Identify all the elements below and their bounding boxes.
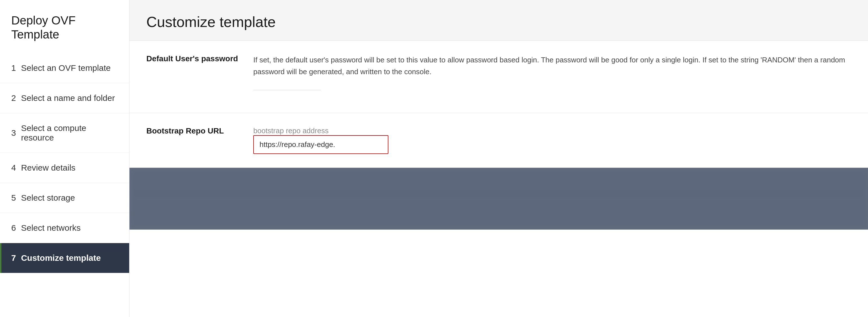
password-label-col: Default User's password [146, 54, 253, 63]
sidebar-item-5[interactable]: 5 Select storage [0, 183, 129, 213]
sidebar: Deploy OVF Template 1 Select an OVF temp… [0, 0, 129, 317]
bootstrap-repo-input[interactable] [253, 135, 389, 154]
sidebar-item-6[interactable]: 6 Select networks [0, 213, 129, 243]
password-value-col: If set, the default user's password will… [253, 54, 851, 99]
step-label-2: Select a name and folder [21, 93, 115, 103]
bootstrap-hint: bootstrap repo address [253, 127, 329, 135]
step-label-5: Select storage [21, 193, 75, 203]
bootstrap-label: Bootstrap Repo URL [146, 127, 224, 135]
step-label-6: Select networks [21, 223, 81, 233]
step-number-7: 7 [11, 253, 16, 263]
step-label-1: Select an OVF template [21, 63, 111, 73]
blurred-content-area [129, 168, 868, 230]
step-label-3: Select a compute resource [21, 124, 118, 142]
bootstrap-section: Bootstrap Repo URL bootstrap repo addres… [129, 113, 868, 168]
sidebar-item-4[interactable]: 4 Review details [0, 153, 129, 183]
password-section: Default User's password If set, the defa… [129, 41, 868, 113]
password-label: Default User's password [146, 54, 238, 63]
sidebar-title: Deploy OVF Template [0, 0, 129, 53]
page-title: Customize template [146, 13, 851, 30]
step-number-5: 5 [11, 193, 16, 203]
step-number-1: 1 [11, 63, 16, 73]
step-number-6: 6 [11, 223, 16, 233]
step-number-4: 4 [11, 163, 16, 173]
step-label-7: Customize template [21, 253, 101, 263]
sidebar-item-2[interactable]: 2 Select a name and folder [0, 83, 129, 113]
step-number-2: 2 [11, 93, 16, 103]
bootstrap-value-col: bootstrap repo address [253, 127, 851, 154]
step-label-4: Review details [21, 163, 75, 173]
main-content: Customize template Default User's passwo… [129, 0, 868, 317]
sidebar-item-7[interactable]: 7 Customize template [0, 243, 129, 273]
nav-items: 1 Select an OVF template 2 Select a name… [0, 53, 129, 317]
step-number-3: 3 [11, 128, 16, 138]
sidebar-item-1[interactable]: 1 Select an OVF template [0, 53, 129, 83]
password-description: If set, the default user's password will… [253, 54, 851, 77]
sidebar-item-3[interactable]: 3 Select a compute resource [0, 113, 129, 153]
password-divider [253, 90, 321, 90]
content-header: Customize template [129, 0, 868, 40]
bootstrap-label-col: Bootstrap Repo URL [146, 127, 253, 136]
content-body: Default User's password If set, the defa… [129, 40, 868, 317]
